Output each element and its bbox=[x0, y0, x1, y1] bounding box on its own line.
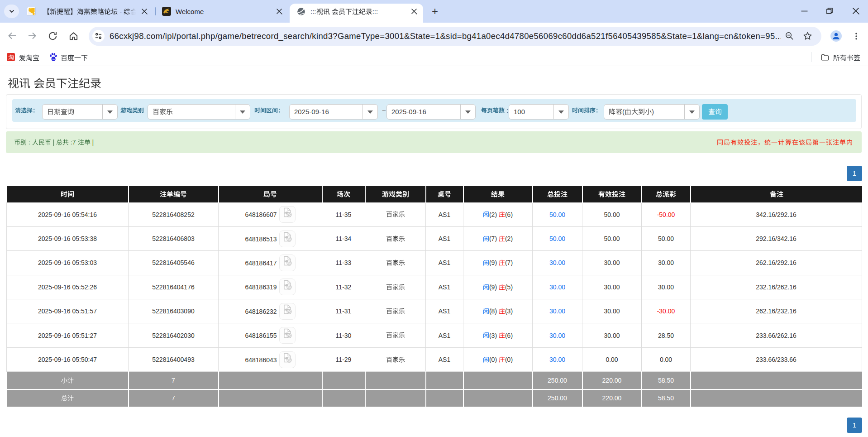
svg-text:du: du bbox=[52, 58, 55, 61]
